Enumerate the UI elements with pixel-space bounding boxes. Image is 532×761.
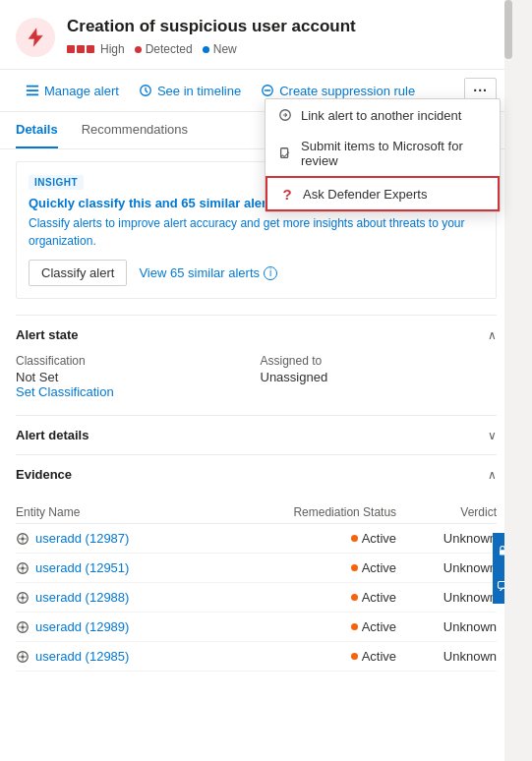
new-label: New [213, 42, 237, 56]
svg-point-9 [21, 596, 25, 600]
tab-recommendations[interactable]: Recommendations [82, 112, 188, 148]
insight-title-link[interactable]: this [129, 196, 151, 210]
svg-point-13 [21, 655, 25, 659]
status-cell-4: Active [212, 642, 404, 672]
alert-title: Creation of suspicious user account [67, 16, 497, 37]
tab-details[interactable]: Details [16, 112, 58, 148]
alert-state-title: Alert state [16, 327, 79, 342]
info-icon: i [264, 266, 277, 280]
status-cell-3: Active [212, 613, 404, 642]
alert-header: Creation of suspicious user account High… [0, 0, 512, 70]
alert-state-chevron-up: ∧ [488, 328, 497, 342]
assigned-to-field: Assigned to Unassigned [261, 354, 498, 399]
suppression-icon [261, 84, 274, 97]
verdict-cell-2: Unknown [404, 583, 497, 613]
status-value-1: Active [362, 560, 396, 575]
status-cell-1: Active [212, 554, 404, 583]
status-value-4: Active [362, 649, 396, 664]
manage-alert-label: Manage alert [44, 84, 119, 98]
col-remediation-status: Remediation Status [212, 501, 404, 524]
col-verdict: Verdict [404, 501, 497, 524]
question-icon: ? [279, 186, 295, 202]
entity-cell-0: useradd (12987) [16, 524, 212, 554]
table-row: useradd (12951) Active Unknown [16, 554, 497, 583]
similar-link-text: View 65 similar alerts [139, 265, 260, 280]
view-similar-link[interactable]: View 65 similar alerts i [139, 265, 277, 280]
insight-title-suffix: and 65 similar alerts [151, 196, 278, 210]
insight-description: Classify alerts to improve alert accurac… [29, 214, 484, 250]
dropdown-link-alert[interactable]: Link alert to another incident [266, 99, 500, 131]
dropdown-submit-items[interactable]: Submit items to Microsoft for review [266, 131, 500, 176]
entity-icon [16, 561, 30, 575]
status-dot-4 [351, 653, 358, 660]
status-cell-0: Active [212, 524, 404, 554]
status-new: New [203, 42, 237, 56]
alert-details-chevron-down: ∨ [488, 429, 497, 442]
status-dot-1 [351, 564, 358, 571]
status-dot-2 [351, 594, 358, 601]
doc-icon [277, 146, 293, 161]
col-entity-name: Entity Name [16, 501, 212, 524]
status-value-3: Active [362, 619, 396, 634]
manage-icon [26, 84, 39, 97]
classification-field: Classification Not Set Set Classificatio… [16, 354, 253, 399]
alert-state-section-header[interactable]: Alert state ∧ [16, 315, 497, 354]
evidence-title: Evidence [16, 467, 72, 482]
classification-label: Classification [16, 354, 253, 368]
verdict-cell-3: Unknown [404, 613, 497, 642]
alert-state-content: Classification Not Set Set Classificatio… [16, 354, 497, 415]
table-row: useradd (12987) Active Unknown [16, 524, 497, 554]
evidence-table: Entity Name Remediation Status Verdict u… [16, 501, 497, 672]
entity-link-0[interactable]: useradd (12987) [35, 531, 129, 546]
scrollbar-thumb[interactable] [504, 0, 512, 59]
link-alert-label: Link alert to another incident [301, 108, 461, 123]
entity-link-4[interactable]: useradd (12985) [35, 649, 129, 664]
dropdown-ask-experts[interactable]: ? Ask Defender Experts [266, 176, 500, 211]
entity-link-3[interactable]: useradd (12989) [35, 619, 129, 634]
alert-meta: High Detected New [67, 42, 497, 56]
main-panel: Creation of suspicious user account High… [0, 0, 512, 761]
link-icon [277, 107, 293, 123]
severity-label: High [100, 42, 125, 56]
svg-point-11 [21, 625, 25, 629]
svg-point-5 [21, 537, 25, 541]
entity-link-1[interactable]: useradd (12951) [35, 560, 129, 575]
evidence-section-header[interactable]: Evidence ∧ [16, 454, 497, 494]
status-detected: Detected [135, 42, 193, 56]
evidence-chevron-up: ∧ [488, 468, 497, 482]
insight-actions: Classify alert View 65 similar alerts i [29, 260, 484, 286]
verdict-cell-4: Unknown [404, 642, 497, 672]
manage-alert-button[interactable]: Manage alert [16, 79, 129, 103]
severity-dot-3 [87, 45, 94, 53]
alert-state-grid: Classification Not Set Set Classificatio… [16, 354, 497, 399]
severity-dot-1 [67, 45, 75, 53]
alert-details-section-header[interactable]: Alert details ∨ [16, 415, 497, 454]
verdict-cell-1: Unknown [404, 554, 497, 583]
entity-icon [16, 591, 30, 605]
entity-icon [16, 620, 30, 634]
assigned-to-value: Unassigned [261, 370, 498, 384]
verdict-cell-0: Unknown [404, 524, 497, 554]
svg-point-7 [21, 566, 25, 570]
scrollbar-track[interactable] [504, 0, 512, 761]
ask-experts-label: Ask Defender Experts [303, 187, 427, 202]
suppression-label: Create suppression rule [279, 84, 415, 98]
timeline-label: See in timeline [157, 84, 241, 98]
entity-cell-1: useradd (12951) [16, 554, 212, 583]
new-dot [203, 46, 209, 53]
status-value-2: Active [362, 590, 396, 605]
status-cell-2: Active [212, 583, 404, 613]
classification-value: Not Set [16, 370, 253, 384]
detected-label: Detected [146, 42, 193, 56]
dropdown-menu: Link alert to another incident Submit it… [265, 98, 501, 212]
classify-alert-button[interactable]: Classify alert [29, 260, 127, 286]
entity-cell-2: useradd (12988) [16, 583, 212, 613]
insight-title-prefix: Quickly classify [29, 196, 129, 210]
entity-icon [16, 532, 30, 546]
status-dot-0 [351, 535, 358, 542]
entity-link-2[interactable]: useradd (12988) [35, 590, 129, 605]
see-in-timeline-button[interactable]: See in timeline [129, 79, 251, 103]
severity-dot-2 [77, 45, 85, 53]
severity-dots [67, 45, 94, 53]
set-classification-link[interactable]: Set Classification [16, 384, 253, 399]
